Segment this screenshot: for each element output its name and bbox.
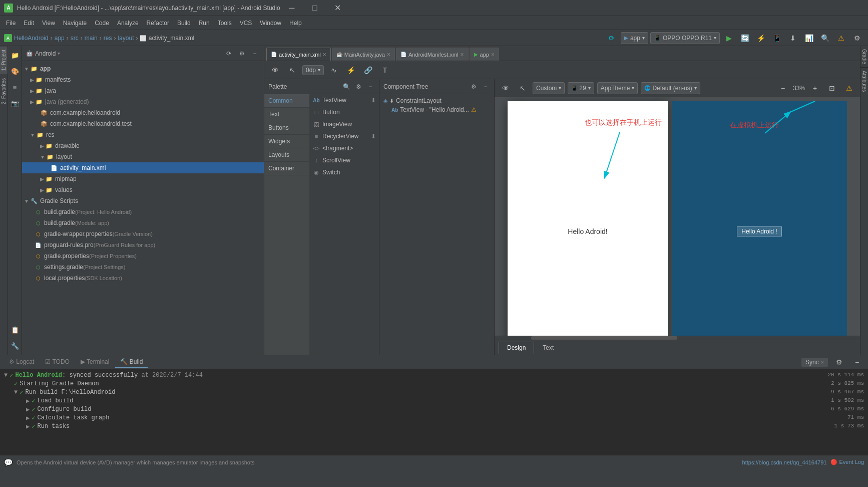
build-variants-btn[interactable]: 🔧	[8, 339, 22, 353]
app-config-dropdown[interactable]: ▶ app ▾	[621, 32, 648, 44]
menu-analyze[interactable]: Analyze	[113, 18, 143, 29]
tree-item-settings-gradle[interactable]: ⬡ settings.gradle (Project Settings)	[22, 262, 264, 273]
project-tool-label[interactable]: 1: Project	[0, 46, 8, 74]
tree-item-build-gradle-app[interactable]: ⬡ build.gradle (Module: app)	[22, 217, 264, 228]
gradle-sync-button[interactable]: ⚡	[754, 31, 768, 45]
menu-edit[interactable]: Edit	[20, 18, 38, 29]
comp-item-textview[interactable]: Ab TextView - "Hello Adroid... ⚠	[381, 105, 492, 114]
canvas-eye-btn[interactable]: 👁	[499, 81, 513, 95]
tree-item-drawable[interactable]: ▶ 📁 drawable	[22, 140, 264, 151]
palette-cat-layouts[interactable]: Layouts	[264, 148, 309, 162]
android-dropdown[interactable]: 🤖 Android ▾	[26, 50, 60, 57]
palette-collapse-btn[interactable]: −	[366, 82, 375, 91]
tree-item-layout[interactable]: ▼ 📁 layout	[22, 151, 264, 162]
canvas-api-dropdown[interactable]: 📱 29 ▾	[568, 82, 594, 94]
logcat-tab[interactable]: ⚙ Logcat	[4, 356, 39, 368]
build-gear-btn[interactable]: ⚙	[832, 355, 846, 369]
tree-item-java-generated[interactable]: ▶ 📁 java (generated)	[22, 96, 264, 107]
tree-item-build-gradle-project[interactable]: ⬡ build.gradle (Project: Hello Android)	[22, 206, 264, 217]
build-tab[interactable]: 🔨 Build	[115, 356, 148, 368]
menu-run[interactable]: Run	[195, 18, 214, 29]
settings-button[interactable]: ⚙	[850, 31, 864, 45]
close-tab-activity-main[interactable]: ×	[323, 51, 326, 58]
tree-item-proguard[interactable]: 📄 proguard-rules.pro (ProGuard Rules for…	[22, 239, 264, 251]
expand-4[interactable]: ▶	[26, 406, 30, 413]
tree-item-app[interactable]: ▼ 📁 app	[22, 63, 264, 74]
menu-view[interactable]: View	[38, 18, 59, 29]
crumb-res[interactable]: res	[104, 35, 112, 42]
recyclerview-drag-handle[interactable]: ⬇	[371, 133, 376, 140]
close-tab-manifest[interactable]: ×	[461, 51, 464, 58]
menu-window[interactable]: Window	[256, 18, 285, 29]
expand-2[interactable]: ▼	[14, 389, 18, 396]
zoom-in-btn[interactable]: +	[808, 81, 822, 95]
palette-cat-container[interactable]: Container	[264, 162, 309, 175]
sync-label[interactable]: Sync ×	[801, 358, 828, 367]
design-tab-text[interactable]: Text	[534, 342, 562, 354]
comp-item-constraintlayout[interactable]: ◈ ⬇ ConstraintLayout	[381, 96, 492, 105]
canvas-cursor-btn[interactable]: ↖	[516, 81, 530, 95]
auto-connect-btn[interactable]: ⚡	[344, 63, 358, 77]
crumb-main[interactable]: main	[85, 35, 98, 42]
textview-drag-handle[interactable]: ⬇	[371, 97, 376, 104]
z-structure-btn[interactable]: 📋	[8, 323, 22, 337]
menu-code[interactable]: Code	[91, 18, 113, 29]
palette-item-textview[interactable]: Ab TextView ⬇	[309, 94, 379, 106]
sync-button[interactable]: ⟳	[605, 31, 619, 45]
eye-button[interactable]: 👁	[268, 63, 282, 77]
device-dropdown[interactable]: 📱 OPPO OPPO R11 ▾	[650, 32, 720, 44]
gradle-panel-label[interactable]: Gradle	[860, 46, 868, 68]
tree-item-manifests[interactable]: ▶ 📁 manifests	[22, 74, 264, 85]
tree-item-com-example-test[interactable]: 📦 com.example.helloandroid.test	[22, 118, 264, 129]
menu-file[interactable]: File	[2, 18, 20, 29]
canvas-custom-dropdown[interactable]: Custom ▾	[533, 82, 565, 94]
sync-btn-small[interactable]: ⟳	[224, 49, 234, 59]
todo-tab[interactable]: ☑ TODO	[40, 356, 75, 368]
collapse-btn[interactable]: −	[250, 49, 260, 59]
run-button[interactable]: ▶	[722, 31, 736, 45]
palette-cat-common[interactable]: Common	[264, 94, 309, 108]
menu-tools[interactable]: Tools	[214, 18, 236, 29]
palette-item-scrollview[interactable]: ↕ ScrollView	[309, 154, 379, 166]
menu-navigate[interactable]: Navigate	[59, 18, 91, 29]
sync-project-button[interactable]: 🔄	[738, 31, 752, 45]
palette-item-fragment[interactable]: <> <fragment>	[309, 142, 379, 154]
menu-build[interactable]: Build	[173, 18, 195, 29]
project-icon-btn[interactable]: 📁	[8, 48, 22, 62]
tree-item-values[interactable]: ▶ 📁 values	[22, 184, 264, 195]
palette-item-recyclerview[interactable]: ≡ RecyclerView ⬇	[309, 130, 379, 142]
palette-cat-text[interactable]: Text	[264, 108, 309, 121]
tab-app[interactable]: ▶ app ×	[470, 48, 499, 61]
resource-manager-btn[interactable]: 🎨	[8, 64, 22, 78]
canvas-hscroll[interactable]	[495, 336, 860, 340]
tree-item-com-example[interactable]: 📦 com.example.helloandroid	[22, 107, 264, 118]
cursor-button[interactable]: ↖	[285, 63, 299, 77]
crumb-app[interactable]: app	[55, 35, 65, 42]
close-tab-mainactivity[interactable]: ×	[387, 51, 390, 58]
crumb-src[interactable]: src	[71, 35, 79, 42]
comp-tree-collapse[interactable]: −	[481, 82, 490, 91]
palette-item-switch[interactable]: ◉ Switch	[309, 166, 379, 178]
tab-androidmanifest[interactable]: 📄 AndroidManifest.xml ×	[396, 48, 469, 61]
gear-btn-small[interactable]: ⚙	[237, 49, 247, 59]
close-sync[interactable]: ×	[821, 359, 824, 365]
avd-manager-button[interactable]: 📱	[770, 31, 784, 45]
profile-button[interactable]: 📊	[802, 31, 816, 45]
expand-5[interactable]: ▶	[26, 414, 30, 422]
tab-activity-main[interactable]: 📄 activity_main.xml ×	[266, 48, 331, 61]
favorites-tool-label[interactable]: 2: Favorites	[0, 75, 8, 107]
expand-0[interactable]: ▼	[4, 372, 8, 379]
event-log-label[interactable]: 🔴 Event Log	[830, 459, 864, 465]
canvas-theme-dropdown[interactable]: AppTheme ▾	[597, 82, 638, 94]
tree-item-mipmap[interactable]: ▶ 📁 mipmap	[22, 173, 264, 184]
palette-item-imageview[interactable]: 🖼 ImageView	[309, 118, 379, 130]
tab-mainactivity-java[interactable]: ☕ MainActivity.java ×	[332, 48, 395, 61]
close-button[interactable]: ✕	[326, 0, 349, 16]
canvas-locale-dropdown[interactable]: 🌐 Default (en-us) ▾	[641, 82, 700, 94]
constraint-dropdown[interactable]: 0dp▾	[302, 65, 324, 75]
palette-cat-widgets[interactable]: Widgets	[264, 135, 309, 148]
maximize-button[interactable]: □	[303, 0, 326, 16]
zoom-out-btn[interactable]: −	[776, 81, 790, 95]
canvas-warning-btn[interactable]: ⚠	[842, 81, 856, 95]
search-button[interactable]: 🔍	[818, 31, 832, 45]
